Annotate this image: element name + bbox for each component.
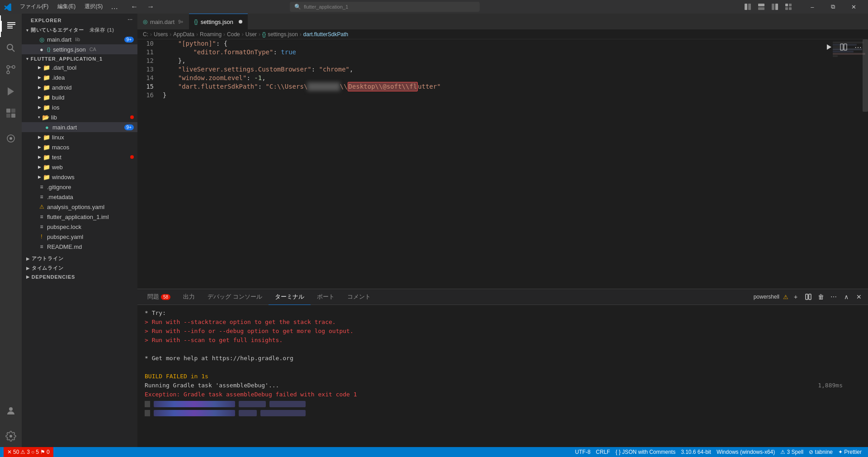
panel-close-button[interactable]: ✕ [854, 291, 864, 302]
layout-toggle-2[interactable] [755, 2, 768, 12]
file-flutter-iml[interactable]: ≡ flutter_application_1.iml [22, 212, 137, 222]
status-version[interactable]: 3.10.6 64-bit [678, 447, 714, 457]
file-pubspec-yaml[interactable]: ! pubspec.yaml [22, 232, 137, 242]
folder-macos[interactable]: ▶ 📁 macos [22, 142, 137, 152]
folder-icon: 📁 [43, 104, 50, 111]
folder-dart-tool[interactable]: ▶ 📁 .dart_tool [22, 62, 137, 72]
file-analysis-options[interactable]: ⚠ analysis_options.yaml [22, 202, 137, 212]
activity-source-control[interactable] [0, 59, 22, 81]
folder-ios-label: ios [52, 104, 60, 111]
tab-settings-json[interactable]: {} settings.json [189, 14, 248, 29]
project-section[interactable]: ▾ FLUTTER_APPLICATION_1 [22, 54, 137, 62]
sidebar-more-icon[interactable]: ⋯ [127, 17, 133, 23]
folder-test[interactable]: ▶ 📁 test [22, 152, 137, 162]
activity-accounts[interactable] [0, 400, 22, 422]
tab-main-dart[interactable]: ◎ main.dart 9+ [137, 14, 189, 29]
run-button[interactable] [823, 41, 835, 53]
activity-run[interactable] [0, 81, 22, 102]
outline-section[interactable]: ▶ アウトライン [22, 253, 137, 263]
open-file-settings-json[interactable]: ● {} settings.json CA [22, 44, 137, 54]
search-bar[interactable]: 🔍 flutter_application_1 [290, 2, 480, 12]
breadcrumb-c[interactable]: C: [143, 31, 148, 38]
dart-file-icon: ● [43, 124, 51, 131]
menu-select[interactable]: 選択(S) [81, 2, 106, 12]
activity-remote[interactable] [0, 128, 22, 149]
more-actions-button[interactable]: ⋯ [852, 41, 864, 53]
code-editor[interactable]: "[python]": { "editor.formatOnType": tru… [158, 39, 832, 289]
code-line-15: "dart.flutterSdkPath": "C:\\Users\XXXXXX… [163, 82, 827, 91]
open-editors-section[interactable]: ▾ 開いているエディター 未保存 (1) [22, 25, 137, 34]
breadcrumb-roaming[interactable]: Roaming [200, 31, 222, 38]
breadcrumb-appdata[interactable]: AppData [173, 31, 194, 38]
folder-web[interactable]: ▶ 📁 web [22, 162, 137, 172]
dependencies-section[interactable]: ▶ DEPENDENCIES [22, 272, 137, 281]
status-tabnine[interactable]: ⊘ tabnine [806, 447, 835, 457]
breadcrumb-settings-json[interactable]: settings.json [268, 31, 298, 38]
breadcrumb-json-icon: {} [262, 31, 266, 38]
open-file-main-dart[interactable]: ◎ main.dart lib 9+ [22, 34, 137, 44]
panel-more-button[interactable]: ⋯ [828, 291, 839, 302]
file-pubspec-lock[interactable]: ≡ pubspec.lock [22, 222, 137, 232]
layout-customize[interactable] [782, 2, 795, 12]
panel-tab-output[interactable]: 出力 [177, 289, 201, 305]
json-file-icon: ● [38, 46, 45, 53]
status-encoding[interactable]: UTF-8 [572, 447, 593, 457]
status-spell[interactable]: ⚠ 3 Spell [778, 447, 806, 457]
split-terminal-button[interactable] [803, 291, 814, 302]
folder-android[interactable]: ▶ 📁 android [22, 82, 137, 92]
terminal-content[interactable]: * Try: > Run with --stacktrace option to… [137, 305, 868, 447]
nav-back-button[interactable]: ← [128, 2, 141, 12]
activity-explorer[interactable] [0, 15, 22, 37]
breadcrumb-flutter-sdk[interactable]: dart.flutterSdkPath [303, 31, 348, 38]
panel-tab-comments[interactable]: コメント [341, 289, 377, 305]
folder-build[interactable]: ▶ 📁 build [22, 92, 137, 102]
folder-windows[interactable]: ▶ 📁 windows [22, 172, 137, 182]
svg-point-23 [9, 435, 12, 438]
new-terminal-button[interactable]: + [790, 291, 801, 302]
dependencies-arrow: ▶ [26, 275, 30, 279]
folder-idea[interactable]: ▶ 📁 .idea [22, 72, 137, 82]
nav-forward-button[interactable]: → [144, 2, 157, 12]
activity-search[interactable] [0, 37, 22, 59]
restore-button[interactable]: ⧉ [823, 0, 844, 14]
panel-tab-ports[interactable]: ポート [311, 289, 341, 305]
panel-tab-problems[interactable]: 問題 58 [141, 289, 177, 305]
minimize-button[interactable]: – [802, 0, 823, 14]
status-prettier[interactable]: ✦ Prettier [835, 447, 864, 457]
status-line-ending[interactable]: CRLF [593, 447, 613, 457]
kill-terminal-button[interactable]: 🗑 [816, 291, 826, 302]
layout-toggle-1[interactable] [741, 2, 754, 12]
status-platform[interactable]: Windows (windows-x64) [714, 447, 778, 457]
content-area: ◎ main.dart 9+ {} settings.json C: › Use… [137, 14, 868, 447]
activity-settings[interactable] [0, 425, 22, 447]
file-readme[interactable]: ≡ README.md [22, 242, 137, 252]
folder-linux[interactable]: ▶ 📁 linux [22, 132, 137, 142]
file-main-dart[interactable]: ● main.dart 9+ [22, 122, 137, 132]
terminal-line-try: * Try: [145, 309, 861, 318]
status-language[interactable]: { } JSON with Comments [613, 447, 678, 457]
menu-more[interactable]: … [108, 2, 121, 12]
title-bar: ファイル(F) 編集(E) 選択(S) … ← → 🔍 flutter_appl… [0, 0, 868, 14]
folder-ios[interactable]: ▶ 📁 ios [22, 102, 137, 112]
activity-extensions[interactable] [0, 102, 22, 124]
breadcrumb-user[interactable]: User [245, 31, 257, 38]
timeline-section[interactable]: ▶ タイムライン [22, 263, 137, 272]
close-button[interactable]: ✕ [844, 0, 864, 14]
panel-tab-debug[interactable]: デバッグ コンソール [201, 289, 269, 305]
status-errors[interactable]: ✕ 50 ⚠ 3 ○ 5 ⚑ 0 [4, 447, 53, 457]
breadcrumb-code[interactable]: Code [227, 31, 240, 38]
file-metadata[interactable]: ≡ .metadata [22, 192, 137, 202]
file-gitignore[interactable]: ≡ .gitignore [22, 182, 137, 192]
menu-edit[interactable]: 編集(E) [54, 2, 79, 12]
layout-toggle-3[interactable] [769, 2, 781, 12]
panel-maximize-button[interactable]: ∧ [841, 291, 852, 302]
breadcrumb-users[interactable]: Users [154, 31, 168, 38]
svg-rect-8 [785, 7, 788, 10]
terminal-line-info: > Run with --info or --debug option to g… [145, 327, 861, 336]
split-editor-button[interactable] [837, 41, 850, 53]
folder-lib[interactable]: ▾ 📂 lib [22, 112, 137, 122]
terminal-blurred-line-1 [145, 401, 861, 407]
panel-tab-terminal[interactable]: ターミナル [269, 289, 311, 305]
file-icon: ≡ [38, 213, 45, 220]
menu-file[interactable]: ファイル(F) [16, 2, 52, 12]
